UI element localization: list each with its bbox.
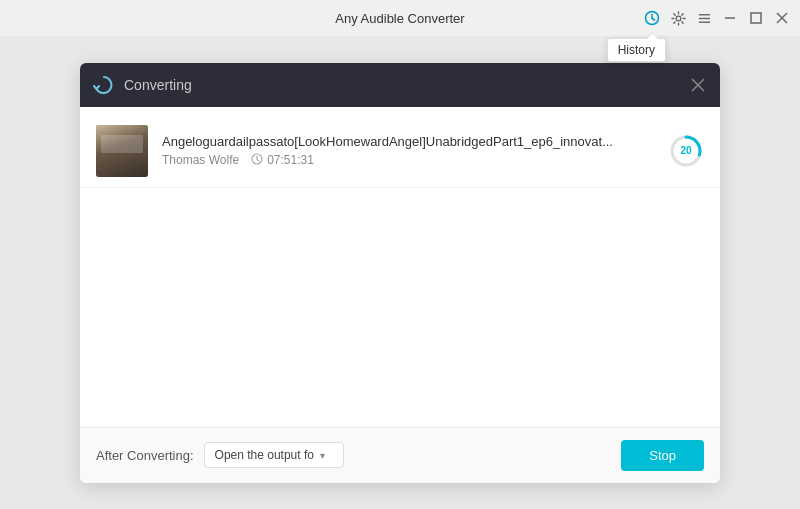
app-header: Converting	[80, 63, 720, 107]
svg-rect-6	[751, 13, 761, 23]
menu-icon[interactable]	[694, 8, 714, 28]
app-header-title: Converting	[124, 77, 192, 93]
history-icon[interactable]: History	[642, 8, 662, 28]
duration-value: 07:51:31	[267, 153, 314, 167]
track-meta: Thomas Wolfe 07:51:31	[162, 153, 656, 167]
history-tooltip: History	[607, 38, 666, 62]
close-button[interactable]	[772, 8, 792, 28]
svg-point-1	[676, 16, 681, 21]
after-converting-label: After Converting:	[96, 448, 194, 463]
settings-icon[interactable]	[668, 8, 688, 28]
track-duration: 07:51:31	[251, 153, 314, 167]
maximize-button[interactable]	[746, 8, 766, 28]
output-select[interactable]: Open the output fo ▾	[204, 442, 344, 468]
track-item: Angeloguardailpassato[LookHomewardAngel]…	[80, 115, 720, 188]
track-info: Angeloguardailpassato[LookHomewardAngel]…	[162, 134, 656, 167]
bottom-bar: After Converting: Open the output fo ▾ S…	[80, 427, 720, 483]
minimize-button[interactable]	[720, 8, 740, 28]
stop-button[interactable]: Stop	[621, 440, 704, 471]
app-window: Converting Angeloguardailpassato[LookHom…	[80, 63, 720, 483]
title-bar-controls: History	[642, 8, 792, 28]
progress-value: 20	[668, 133, 704, 169]
app-close-button[interactable]	[688, 75, 708, 95]
converting-list: Angeloguardailpassato[LookHomewardAngel]…	[80, 107, 720, 427]
track-thumbnail	[96, 125, 148, 177]
track-author: Thomas Wolfe	[162, 153, 239, 167]
converting-icon	[92, 73, 116, 97]
output-select-value: Open the output fo	[215, 448, 314, 462]
track-title: Angeloguardailpassato[LookHomewardAngel]…	[162, 134, 656, 149]
clock-icon	[251, 153, 263, 167]
app-title: Any Audible Converter	[335, 11, 464, 26]
main-content: Converting Angeloguardailpassato[LookHom…	[0, 36, 800, 509]
progress-circle: 20	[668, 133, 704, 169]
title-bar: Any Audible Converter History	[0, 0, 800, 36]
chevron-down-icon: ▾	[320, 450, 325, 461]
